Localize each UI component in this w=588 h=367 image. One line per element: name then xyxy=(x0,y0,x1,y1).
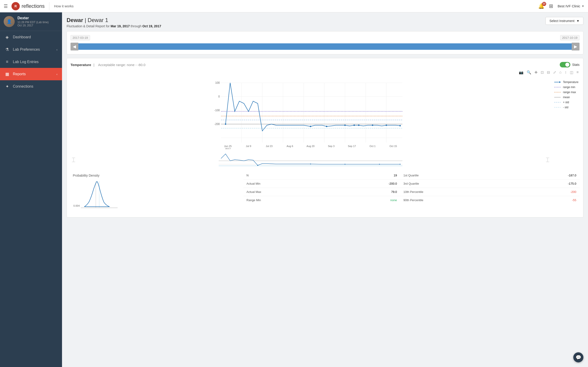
logo-text: reflections xyxy=(22,3,44,9)
svg-text:Jul 9: Jul 9 xyxy=(246,145,251,148)
page-title: Dewar | Dewar 1 xyxy=(67,17,161,23)
svg-text:Aug 20: Aug 20 xyxy=(307,145,315,148)
nav-right: 🔔 23 ⊞ Best IVF Clinic ▼ xyxy=(538,3,584,9)
range-left-arrow[interactable]: ◀ xyxy=(70,43,78,50)
dewar-label: Dewar xyxy=(67,17,83,23)
stats-data-table: N 19 1st Quartile -187.0 Actual Min -200… xyxy=(243,171,579,204)
mini-chart-svg xyxy=(77,152,545,168)
svg-point-46 xyxy=(345,164,346,165)
stats-value: 79.0 xyxy=(335,188,400,196)
lab-log-icon: ≡ xyxy=(5,59,10,64)
svg-point-47 xyxy=(379,164,380,165)
chart-title: Temperature | Acceptable range: none - -… xyxy=(70,63,147,67)
svg-point-35 xyxy=(344,125,346,126)
stats-label: 3rd Quartile xyxy=(400,180,515,188)
pan-icon[interactable]: ◫ xyxy=(569,70,574,75)
sidebar-item-dashboard[interactable]: ◈ Dashboard xyxy=(0,31,62,43)
user-section: 👤 Dexter 11:28 PM EDT (Lab time) Oct 19,… xyxy=(0,12,62,31)
avatar-image: 👤 xyxy=(4,16,15,27)
date-start-label: 2017-03-19 xyxy=(70,35,90,40)
sidebar-item-label: Reports xyxy=(13,72,26,76)
chat-icon: 💬 xyxy=(576,355,581,360)
logo-icon: R xyxy=(11,2,20,10)
mini-handle-right[interactable]: ⌶ xyxy=(545,156,551,163)
chart-legend: Temperature range min range max mean xyxy=(554,76,579,168)
svg-text:Aug 6: Aug 6 xyxy=(287,145,293,148)
how-it-works-link[interactable]: How it works xyxy=(54,4,73,8)
stats-label: N xyxy=(243,171,335,180)
camera-icon[interactable]: 📷 xyxy=(518,70,524,75)
connections-icon: ✦ xyxy=(5,84,10,89)
table-row: N 19 1st Quartile -187.0 xyxy=(243,171,579,180)
arrow-up-icon[interactable]: ↕ xyxy=(564,70,568,75)
legend-range-max: range max xyxy=(554,91,579,94)
chevron-left-icon: ‹ xyxy=(57,73,57,76)
stats-table: N 19 1st Quartile -187.0 Actual Min -200… xyxy=(243,171,579,214)
user-date: Oct 19, 2017 xyxy=(17,24,49,27)
mini-chart: ⌶ xyxy=(70,152,551,168)
chevron-left-icon: ‹ xyxy=(57,48,57,51)
date-range-slider[interactable]: ◀ ▶ xyxy=(70,43,579,50)
stats-value-red: -200 xyxy=(515,188,579,196)
stats-label: Range Min xyxy=(243,196,335,204)
notification-button[interactable]: 🔔 23 xyxy=(538,3,544,9)
legend-plus-std: + std xyxy=(554,101,579,104)
stats-toggle[interactable] xyxy=(560,62,570,67)
mini-handle-left[interactable]: ⌶ xyxy=(70,156,77,163)
stats-value-green: none xyxy=(335,196,400,204)
zoom-in-icon[interactable]: 🔍 xyxy=(526,70,532,75)
select-instrument-button[interactable]: Select Instrument ▼ xyxy=(545,17,583,25)
chat-button[interactable]: 💬 xyxy=(573,352,583,362)
sidebar-item-connections[interactable]: ✦ Connections xyxy=(0,80,62,93)
range-right-arrow[interactable]: ▶ xyxy=(572,43,579,50)
logo-area: R reflections xyxy=(11,2,49,10)
sidebar-nav: ◈ Dashboard ⚗ Lab Preferences ‹ ≡ Lab Lo… xyxy=(0,31,62,93)
menu-icon[interactable]: ≡ xyxy=(576,70,579,75)
top-nav: ☰ R reflections How it works 🔔 23 ⊞ Best… xyxy=(0,0,588,12)
user-time: 11:28 PM EDT (Lab time) xyxy=(17,21,49,24)
svg-point-36 xyxy=(354,125,355,126)
select-instrument-label: Select Instrument xyxy=(549,19,574,23)
svg-text:-100: -100 xyxy=(214,109,220,112)
stats-value: -200.0 xyxy=(335,180,400,188)
grid-icon[interactable]: ⊞ xyxy=(549,3,553,9)
sidebar-item-lab-preferences[interactable]: ⚗ Lab Preferences ‹ xyxy=(0,43,62,56)
stats-label: Actual Min xyxy=(243,180,335,188)
dewar-number: | Dewar 1 xyxy=(85,17,108,23)
svg-text:100: 100 xyxy=(215,81,220,84)
stats-label: 1st Quartile xyxy=(400,171,515,180)
main-chart-svg: 100 0 -100 -200 xyxy=(70,76,551,149)
svg-text:Oct 1: Oct 1 xyxy=(370,145,376,148)
home-icon[interactable]: ⌂ xyxy=(558,70,562,75)
sidebar-item-lab-log-entries[interactable]: ≡ Lab Log Entries xyxy=(0,56,62,68)
zoom-out-2-icon[interactable]: ⊟ xyxy=(546,70,551,75)
date-range-header: 2017-03-19 2017-10-19 xyxy=(70,35,579,40)
stats-toggle-container: Stats xyxy=(560,62,579,67)
zoom-out-icon[interactable]: ⊡ xyxy=(540,70,545,75)
svg-point-34 xyxy=(326,126,327,127)
legend-range-min: range min xyxy=(554,85,579,89)
range-bar[interactable] xyxy=(78,43,572,50)
plus-icon[interactable]: ✚ xyxy=(534,70,538,75)
notification-badge: 23 xyxy=(542,2,546,6)
fullscreen-icon[interactable]: ⤢ xyxy=(552,70,557,75)
legend-minus-std: - std xyxy=(554,106,579,109)
svg-text:Sep 17: Sep 17 xyxy=(348,145,356,148)
svg-text:2017: 2017 xyxy=(225,148,231,149)
svg-text:Sep 3: Sep 3 xyxy=(328,145,335,148)
chevron-down-icon: ▼ xyxy=(576,19,579,23)
svg-point-44 xyxy=(257,165,258,166)
svg-text:0.004: 0.004 xyxy=(73,204,80,207)
clinic-selector[interactable]: Best IVF Clinic ▼ xyxy=(558,4,584,8)
sidebar-item-reports[interactable]: ▦ Reports ‹ xyxy=(0,68,62,80)
main-layout: 👤 Dexter 11:28 PM EDT (Lab time) Oct 19,… xyxy=(0,12,588,367)
svg-point-45 xyxy=(310,164,311,165)
temperature-chart-card: Temperature | Acceptable range: none - -… xyxy=(67,58,583,217)
user-name: Dexter xyxy=(17,16,49,20)
toggle-slider xyxy=(560,62,570,67)
svg-point-32 xyxy=(225,123,226,125)
hamburger-icon[interactable]: ☰ xyxy=(4,3,8,9)
lab-preferences-icon: ⚗ xyxy=(5,47,10,52)
svg-point-38 xyxy=(372,125,373,126)
svg-text:-200: -200 xyxy=(214,123,220,126)
